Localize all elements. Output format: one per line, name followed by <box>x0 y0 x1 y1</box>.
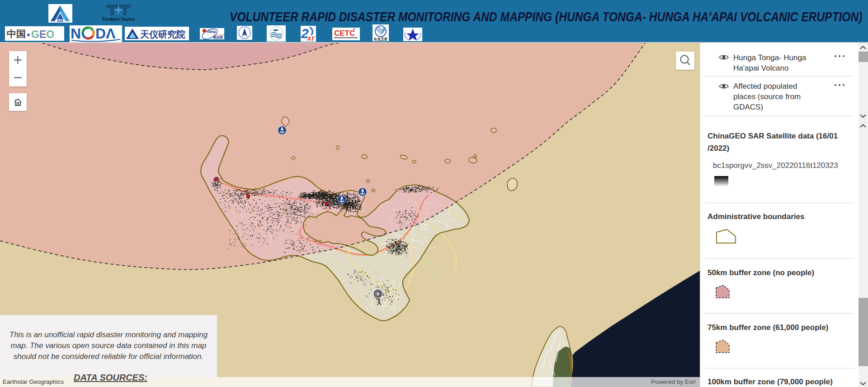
svg-text:Tonkin+Taylor: Tonkin+Taylor <box>102 16 136 22</box>
svg-text:欧比特: 欧比特 <box>213 35 223 39</box>
svg-text:GEO: GEO <box>31 29 54 40</box>
svg-text:中国: 中国 <box>7 29 26 39</box>
svg-text:CETC: CETC <box>334 29 355 38</box>
svg-text:AT: AT <box>307 35 315 42</box>
svg-text:✈: ✈ <box>376 291 381 297</box>
svg-text:rbita: rbita <box>207 29 216 34</box>
svg-text:长光卫星: 长光卫星 <box>373 37 388 41</box>
svg-text:DΛ: DΛ <box>95 25 116 42</box>
svg-text:AIR: AIR <box>57 19 63 23</box>
svg-text:天仪研究院: 天仪研究院 <box>140 29 185 39</box>
svg-text:N: N <box>71 25 81 42</box>
